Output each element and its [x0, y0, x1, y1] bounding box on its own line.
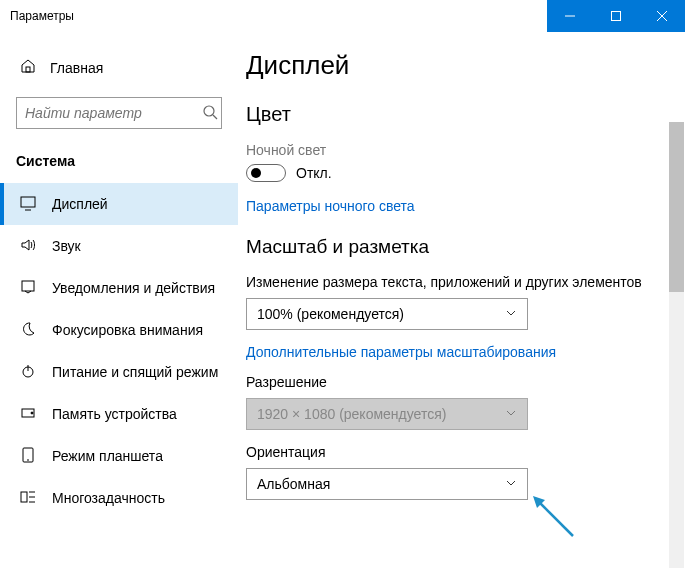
sidebar-item-label: Фокусировка внимания: [52, 322, 203, 338]
svg-line-20: [537, 500, 573, 536]
svg-rect-16: [21, 492, 27, 502]
svg-point-5: [204, 106, 214, 116]
close-button[interactable]: [639, 0, 685, 32]
main-panel: Дисплей Цвет Ночной свет Откл. Параметры…: [238, 32, 685, 580]
power-icon: [20, 363, 52, 382]
svg-rect-7: [21, 197, 35, 207]
svg-marker-21: [533, 496, 545, 508]
advanced-scaling-link[interactable]: Дополнительные параметры масштабирования: [246, 344, 685, 360]
storage-icon: [20, 405, 52, 424]
sound-icon: [20, 237, 52, 256]
scroll-thumb[interactable]: [669, 122, 684, 292]
moon-icon: [20, 321, 52, 340]
scale-label: Изменение размера текста, приложений и д…: [246, 274, 685, 290]
sidebar-item-notifications[interactable]: Уведомления и действия: [0, 267, 238, 309]
category-heading: Система: [0, 147, 238, 175]
color-heading: Цвет: [246, 103, 685, 126]
scale-value: 100% (рекомендуется): [257, 306, 505, 322]
tablet-icon: [20, 447, 52, 466]
svg-rect-1: [612, 12, 621, 21]
notifications-icon: [20, 279, 52, 298]
sidebar-item-display[interactable]: Дисплей: [0, 183, 238, 225]
sidebar-item-multitask[interactable]: Многозадачность: [0, 477, 238, 519]
resolution-select[interactable]: 1920 × 1080 (рекомендуется): [246, 398, 528, 430]
page-title: Дисплей: [246, 50, 685, 81]
scrollbar[interactable]: [669, 122, 684, 568]
sidebar-item-label: Режим планшета: [52, 448, 163, 464]
sidebar: Главная Система Дисплей Звук Уведомления…: [0, 32, 238, 580]
sidebar-item-label: Звук: [52, 238, 81, 254]
resolution-value: 1920 × 1080 (рекомендуется): [257, 406, 505, 422]
sidebar-item-sound[interactable]: Звук: [0, 225, 238, 267]
svg-rect-4: [26, 67, 30, 72]
nightlight-settings-link[interactable]: Параметры ночного света: [246, 198, 685, 214]
maximize-button[interactable]: [593, 0, 639, 32]
search-input[interactable]: [25, 105, 202, 121]
annotation-arrow: [529, 492, 577, 543]
orientation-value: Альбомная: [257, 476, 505, 492]
chevron-down-icon: [505, 306, 517, 322]
svg-line-6: [213, 115, 217, 119]
sidebar-item-label: Многозадачность: [52, 490, 165, 506]
nightlight-state: Откл.: [296, 165, 332, 181]
orientation-label: Ориентация: [246, 444, 685, 460]
home-label: Главная: [50, 60, 103, 76]
minimize-button[interactable]: [547, 0, 593, 32]
sidebar-item-power[interactable]: Питание и спящий режим: [0, 351, 238, 393]
multitask-icon: [20, 489, 52, 508]
orientation-select[interactable]: Альбомная: [246, 468, 528, 500]
search-icon: [202, 104, 218, 123]
search-box[interactable]: [16, 97, 222, 129]
sidebar-item-label: Питание и спящий режим: [52, 364, 218, 380]
sidebar-item-storage[interactable]: Память устройства: [0, 393, 238, 435]
resolution-label: Разрешение: [246, 374, 685, 390]
scale-heading: Масштаб и разметка: [246, 236, 685, 258]
sidebar-item-label: Уведомления и действия: [52, 280, 215, 296]
nightlight-toggle[interactable]: [246, 164, 286, 182]
window-controls: [547, 0, 685, 32]
monitor-icon: [20, 195, 52, 214]
home-icon: [20, 58, 50, 77]
chevron-down-icon: [505, 476, 517, 492]
sidebar-item-label: Память устройства: [52, 406, 177, 422]
sidebar-item-tablet[interactable]: Режим планшета: [0, 435, 238, 477]
sidebar-item-label: Дисплей: [52, 196, 108, 212]
titlebar: Параметры: [0, 0, 685, 32]
svg-rect-9: [22, 281, 34, 291]
nightlight-label: Ночной свет: [246, 142, 685, 158]
svg-point-13: [31, 412, 33, 414]
scale-select[interactable]: 100% (рекомендуется): [246, 298, 528, 330]
home-nav[interactable]: Главная: [0, 50, 238, 85]
sidebar-item-focus[interactable]: Фокусировка внимания: [0, 309, 238, 351]
chevron-down-icon: [505, 406, 517, 422]
window-title: Параметры: [10, 9, 74, 23]
